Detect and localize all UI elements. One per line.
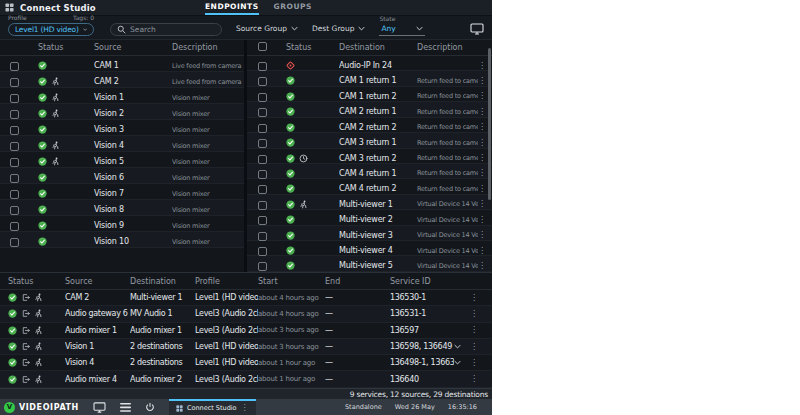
row-checkbox[interactable] (258, 247, 267, 256)
expand-chevron-icon[interactable] (454, 344, 461, 349)
kebab-menu-icon[interactable]: ⋮ (470, 310, 486, 318)
source-row[interactable]: Vision 6Vision mixer (0, 168, 244, 184)
select-all-checkbox[interactable] (258, 42, 267, 51)
vertical-scrollbar[interactable] (488, 48, 491, 200)
row-checkbox[interactable] (10, 142, 19, 151)
service-row[interactable]: Audio mixer 1Audio mixer 1Level3 (Audio … (0, 323, 492, 339)
service-row[interactable]: Audio mixer 4Audio mixer 2Level3 (Audio … (0, 371, 492, 387)
row-checkbox[interactable] (258, 108, 267, 117)
destination-row[interactable]: Multi-viewer 3Virtual Device 14 Vertex 5… (247, 226, 492, 241)
state-select[interactable]: Any (379, 24, 425, 36)
displays-button[interactable] (93, 402, 106, 413)
destination-row[interactable]: CAM 1 return 1Return feed to camera⋮ (247, 71, 492, 86)
tab-endpoints[interactable]: ENDPOINTS (205, 0, 259, 15)
kebab-menu-icon[interactable]: ⋮ (241, 404, 249, 412)
kebab-menu-icon[interactable]: ⋮ (478, 262, 492, 270)
source-row[interactable]: CAM 1Live feed from camera (0, 56, 244, 72)
row-checkbox[interactable] (258, 93, 267, 102)
ok-icon (38, 93, 47, 102)
destination-row[interactable]: CAM 3 return 2Return feed to camera⋮ (247, 149, 492, 164)
row-checkbox[interactable] (258, 262, 267, 271)
power-button[interactable] (145, 402, 155, 412)
row-checkbox[interactable] (10, 62, 19, 71)
service-row[interactable]: Vision 12 destinationsLevel1 (HD video)a… (0, 339, 492, 355)
search-box[interactable] (110, 23, 222, 36)
destination-row[interactable]: CAM 4 return 1Return feed to camera⋮ (247, 164, 492, 179)
source-group-select[interactable]: Source Group (236, 24, 298, 33)
kebab-menu-icon[interactable]: ⋮ (470, 294, 486, 302)
destination-row[interactable]: CAM 2 return 1Return feed to camera⋮ (247, 102, 492, 117)
row-checkbox[interactable] (258, 155, 267, 164)
kebab-menu-icon[interactable]: ⋮ (478, 231, 492, 239)
source-name: Vision 10 (94, 237, 172, 246)
source-row[interactable]: Vision 3Vision mixer (0, 120, 244, 136)
destination-row[interactable]: CAM 2 return 2Return feed to camera⋮ (247, 118, 492, 133)
row-checkbox[interactable] (10, 110, 19, 119)
source-row[interactable]: Vision 1Vision mixer (0, 88, 244, 104)
source-row[interactable]: Vision 9Vision mixer (0, 216, 244, 232)
row-checkbox[interactable] (10, 222, 19, 231)
tab-groups[interactable]: GROUPS (274, 0, 312, 15)
source-row[interactable]: Vision 4Vision mixer (0, 136, 244, 152)
row-checkbox[interactable] (10, 206, 19, 215)
row-checkbox[interactable] (10, 238, 19, 247)
source-row[interactable]: Vision 10Vision mixer (0, 232, 244, 248)
row-checkbox[interactable] (258, 185, 267, 194)
row-checkbox[interactable] (258, 201, 267, 210)
service-destination: Audio mixer 1 (130, 326, 195, 335)
destination-row[interactable]: CAM 1 return 2Return feed to camera⋮ (247, 87, 492, 102)
row-checkbox[interactable] (258, 216, 267, 225)
destination-row[interactable]: Multi-viewer 4Virtual Device 14 Vertex 6… (247, 241, 492, 256)
source-row[interactable]: Vision 7Vision mixer (0, 184, 244, 200)
destination-row[interactable]: CAM 4 return 2Return feed to camera⋮ (247, 179, 492, 194)
row-checkbox[interactable] (10, 174, 19, 183)
row-checkbox[interactable] (258, 124, 267, 133)
services-header: Status Source Destination Profile Start … (0, 273, 492, 290)
search-input[interactable] (130, 25, 215, 34)
row-checkbox[interactable] (10, 78, 19, 87)
row-checkbox[interactable] (10, 190, 19, 199)
profile-select[interactable]: Level1 (HD video) (8, 23, 94, 36)
destination-row[interactable]: Audio-IP In 24⋮ (247, 56, 492, 71)
service-row[interactable]: Audio gateway 6MV Audio 1Level3 (Audio 2… (0, 306, 492, 322)
source-row[interactable]: Vision 2Vision mixer (0, 104, 244, 120)
service-profile: Level3 (Audio 2ch) (195, 375, 258, 384)
kebab-menu-icon[interactable]: ⋮ (470, 326, 486, 334)
taskbar: V VIDEOIPATH Connect Studio ⋮ Standalone… (0, 399, 492, 415)
row-checkbox[interactable] (10, 158, 19, 167)
service-row[interactable]: Vision 42 destinationsLevel1 (HD video)a… (0, 355, 492, 371)
taskbar-tab-connect-studio[interactable]: Connect Studio ⋮ (169, 399, 256, 415)
egress-icon (21, 326, 30, 335)
row-checkbox[interactable] (10, 126, 19, 135)
row-checkbox[interactable] (258, 139, 267, 148)
fullscreen-monitor-button[interactable] (470, 23, 484, 35)
destination-row[interactable]: Multi-viewer 2Virtual Device 14 Vertex 4… (247, 210, 492, 225)
source-row[interactable]: Vision 5Vision mixer (0, 152, 244, 168)
source-row[interactable]: CAM 2Live feed from camera (0, 72, 244, 88)
destination-row[interactable]: Multi-viewer 5Virtual Device 14 Vertex 7… (247, 256, 492, 271)
col-end: End (325, 277, 390, 286)
service-id: 136598, 136649 (390, 342, 454, 351)
ok-icon (38, 61, 47, 70)
kebab-menu-icon[interactable]: ⋮ (470, 343, 486, 351)
kebab-menu-icon[interactable]: ⋮ (470, 359, 486, 367)
menu-button[interactable] (120, 403, 131, 412)
service-row[interactable]: CAM 2Multi-viewer 1Level1 (HD video)abou… (0, 290, 492, 306)
kebab-menu-icon[interactable]: ⋮ (478, 247, 492, 255)
row-checkbox[interactable] (258, 232, 267, 241)
kebab-menu-icon[interactable]: ⋮ (470, 375, 486, 383)
kebab-menu-icon[interactable]: ⋮ (478, 216, 492, 224)
row-checkbox[interactable] (258, 77, 267, 86)
row-checkbox[interactable] (258, 170, 267, 179)
destination-row[interactable]: Multi-viewer 1Virtual Device 14 Vertex 3… (247, 195, 492, 210)
profile-value: Level1 (HD video) (15, 25, 79, 34)
kebab-menu-icon[interactable]: ⋮ (478, 200, 492, 208)
expand-chevron-icon[interactable] (454, 360, 461, 365)
service-end: — (325, 293, 390, 302)
status-icons (286, 123, 339, 132)
row-checkbox[interactable] (258, 62, 267, 71)
row-checkbox[interactable] (10, 94, 19, 103)
destination-row[interactable]: CAM 3 return 1Return feed to camera⋮ (247, 133, 492, 148)
source-row[interactable]: Vision 8Vision mixer (0, 200, 244, 216)
dest-group-select[interactable]: Dest Group (312, 24, 365, 33)
